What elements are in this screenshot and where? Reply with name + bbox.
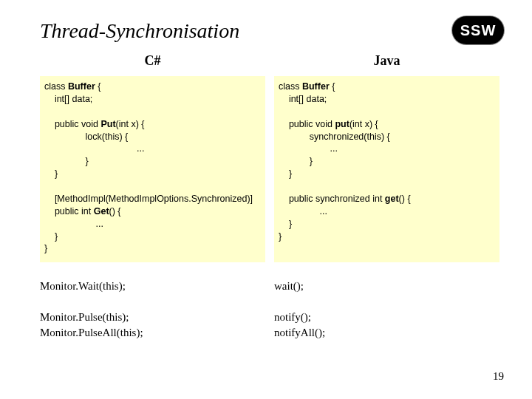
column-java-heading: Java: [274, 53, 499, 69]
column-java: Java class Buffer { int[] data; public v…: [270, 53, 499, 341]
extras-java: wait(); notify(); notifyAll();: [274, 279, 499, 341]
column-csharp: C# class Buffer { int[] data; public voi…: [40, 53, 270, 341]
ssw-logo: SSW: [452, 16, 504, 44]
code-java: class Buffer { int[] data; public void p…: [274, 76, 499, 262]
page-number: 19: [493, 370, 504, 383]
slide: SSW Thread-Synchronisation C# class Buff…: [0, 0, 532, 399]
code-csharp: class Buffer { int[] data; public void P…: [40, 76, 265, 262]
columns: C# class Buffer { int[] data; public voi…: [40, 53, 499, 341]
slide-title: Thread-Synchronisation: [40, 19, 499, 43]
ssw-logo-text: SSW: [460, 22, 497, 39]
column-csharp-heading: C#: [40, 53, 265, 69]
extras-csharp: Monitor.Wait(this); Monitor.Pulse(this);…: [40, 279, 265, 341]
